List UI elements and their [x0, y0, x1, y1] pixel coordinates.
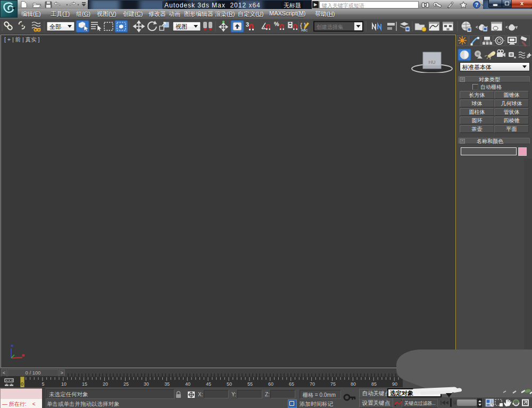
svg-text:视图: 视图	[176, 23, 187, 30]
svg-text:全部: 全部	[49, 23, 61, 30]
svg-text:HU: HU	[429, 60, 436, 65]
svg-text:%: %	[274, 21, 279, 27]
svg-text:?: ?	[475, 2, 478, 8]
svg-text:ABC: ABC	[301, 29, 308, 32]
svg-text:创建选择集: 创建选择集	[317, 24, 343, 30]
svg-text:3: 3	[246, 21, 249, 28]
